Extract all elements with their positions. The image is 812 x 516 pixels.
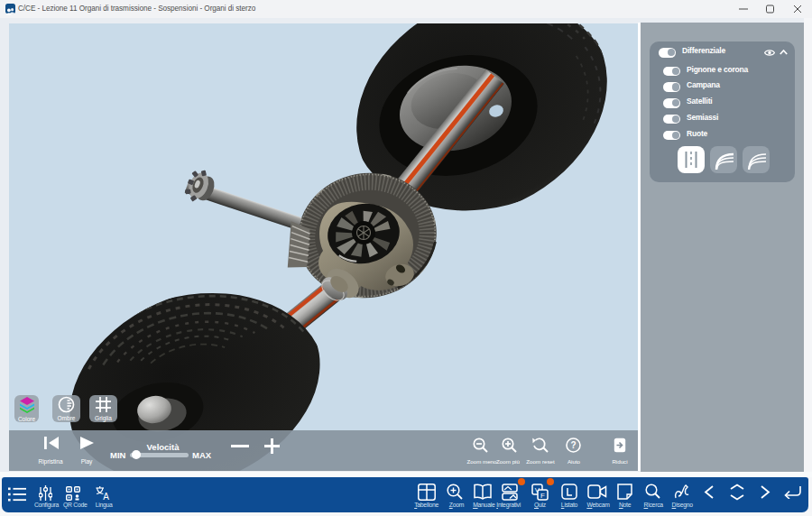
svg-text:F: F xyxy=(540,492,545,500)
svg-text:?: ? xyxy=(570,440,576,450)
svg-text:A: A xyxy=(103,492,109,501)
